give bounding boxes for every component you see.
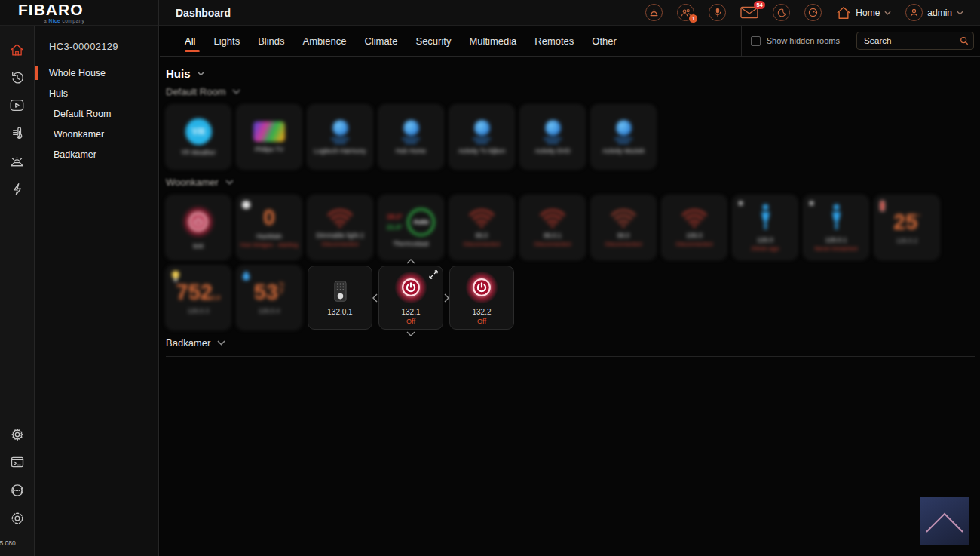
alarm-bell-icon[interactable] (645, 4, 663, 21)
tab-ambience[interactable]: Ambience (294, 26, 356, 56)
tile-86-0[interactable]: 86.0 Disconnected (449, 195, 514, 260)
nav-climate-icon[interactable] (0, 119, 35, 147)
tile-hub-home[interactable]: Hub Home (378, 105, 443, 169)
caret-right-icon[interactable] (444, 293, 449, 303)
thermostat-mode: Auto (413, 218, 429, 226)
room-list: Whole House Huis Default Room Woonkamer … (35, 63, 158, 164)
nav-history-icon[interactable] (0, 63, 35, 91)
wifi-disconnected-icon (326, 208, 354, 228)
tile-motion-126-0-1[interactable]: 126.0.1 Never breached (804, 195, 868, 260)
tile-activity-tv[interactable]: Activity Tv kijken (449, 105, 514, 169)
user-menu[interactable]: admin (905, 4, 963, 21)
nav-home-icon[interactable] (0, 35, 35, 63)
tile-label: Thermostaat (393, 240, 429, 247)
woonkamer-tiles: test 0 HueMain Hue bridges - starting Di… (166, 195, 950, 330)
caret-down-icon[interactable] (406, 331, 415, 336)
users-icon[interactable]: 1 (677, 4, 694, 21)
nav-energy-icon[interactable] (0, 175, 35, 203)
tagline-brand: Nice (48, 18, 60, 23)
bulb-icon (171, 270, 180, 285)
service-icon[interactable] (0, 504, 35, 532)
room-header-badkamer[interactable]: Badkamer (166, 337, 974, 349)
tab-other[interactable]: Other (583, 26, 626, 56)
tab-climate[interactable]: Climate (355, 26, 406, 56)
tile-philips-tv[interactable]: Philips TV (237, 105, 302, 169)
sidebar-item-whole-house[interactable]: Whole House (35, 63, 158, 83)
tile-test-switch[interactable]: test (166, 195, 231, 260)
chevron-down-icon (232, 89, 240, 94)
person-icon (759, 204, 772, 232)
dashboard-content: Huis Default Room YR YR Weather Philips … (160, 57, 980, 357)
caret-left-icon[interactable] (372, 293, 378, 303)
sidebar-item-default-room[interactable]: Default Room (35, 103, 158, 124)
fibaro-logo: FIBARO a Nice company (0, 0, 159, 26)
gauge-icon[interactable] (804, 4, 822, 21)
microphone-icon[interactable] (709, 4, 726, 21)
tile-activity-dvd[interactable]: Activity DVD (520, 105, 585, 169)
tile-yr-weather[interactable]: YR YR Weather (166, 105, 231, 169)
tile-activity-muziek[interactable]: Activity Muziek (591, 105, 656, 169)
expand-icon[interactable] (429, 270, 438, 279)
person-icon (830, 204, 843, 232)
tile-motion-126-0[interactable]: 126.0 29min ago (733, 195, 798, 260)
room-header-default-room[interactable]: Default Room (166, 86, 974, 97)
mail-icon[interactable]: 54 (740, 6, 758, 19)
tile-temp-126-0-2[interactable]: 25° 126.0.2 (874, 195, 939, 260)
tab-lights[interactable]: Lights (204, 26, 249, 56)
sidebar-item-huis[interactable]: Huis (35, 83, 158, 103)
logitech-icon (544, 120, 562, 143)
tile-label: 126.0.2 (896, 237, 917, 244)
tile-remote-132-0-1[interactable]: 132.0.1 (308, 266, 372, 330)
tile-label: 126.0 (757, 236, 773, 244)
thermometer-icon (880, 200, 885, 215)
tile-humidity-126-0-4[interactable]: 53 %7 126.0.4 (237, 266, 302, 330)
tile-switch-132-1[interactable]: 132.1 Off (378, 266, 443, 330)
tile-99-0[interactable]: 99.0 Disconnected (591, 195, 656, 260)
sleep-mode-icon[interactable] (773, 4, 790, 21)
nav-scenes-icon[interactable] (0, 91, 35, 119)
sidebar-item-badkamer[interactable]: Badkamer (35, 144, 158, 164)
tab-security[interactable]: Security (406, 26, 460, 56)
network-icon[interactable] (0, 476, 35, 504)
version-label: 5.080 (0, 539, 35, 547)
tile-label: 126.0.1 (825, 236, 847, 244)
chart-widget-thumbnail[interactable] (920, 497, 969, 545)
logitech-icon (331, 120, 349, 143)
sidebar-item-woonkamer[interactable]: Woonkamer (35, 124, 158, 144)
tile-switch-132-2[interactable]: 132.2 Off (449, 266, 514, 330)
home-selector[interactable]: Home (836, 6, 891, 20)
chevron-down-icon (884, 11, 891, 15)
room-header-woonkamer[interactable]: Woonkamer (166, 177, 974, 188)
tile-106-0[interactable]: 106.0 Disconnected (662, 195, 727, 260)
tile-dimmable-light-2[interactable]: Dimmable light 2 Disconnected (308, 195, 372, 260)
tab-all[interactable]: All (176, 26, 204, 56)
tile-status: Hue bridges - starting (240, 241, 298, 248)
tile-logitech-harmony[interactable]: Logitech Harmony (308, 105, 372, 169)
category-tabs: All Lights Blinds Ambience Climate Secur… (160, 26, 626, 56)
power-button-icon[interactable] (465, 271, 498, 304)
show-hidden-rooms-checkbox[interactable] (751, 36, 761, 46)
page-title: Dashboard (176, 7, 231, 19)
nav-alarm-icon[interactable] (0, 147, 35, 175)
console-icon[interactable] (0, 448, 35, 476)
tile-value: 0 (263, 207, 275, 229)
search-input[interactable] (856, 32, 974, 50)
tile-huemain[interactable]: 0 HueMain Hue bridges - starting (237, 195, 302, 260)
tile-label: 86.0 (476, 232, 488, 239)
tab-multimedia[interactable]: Multimedia (460, 26, 525, 56)
tile-label: test (193, 242, 204, 250)
settings-gear-icon[interactable] (0, 420, 35, 448)
section-header-huis[interactable]: Huis (166, 67, 974, 80)
tab-blinds[interactable]: Blinds (249, 26, 293, 56)
users-badge: 1 (689, 14, 697, 23)
chevron-down-icon (197, 71, 205, 76)
tile-thermostaat[interactable]: 19.2° 21.0° Auto Thermostaat (378, 195, 443, 260)
search-icon (960, 36, 969, 45)
tile-lux-126-0-3[interactable]: 752Lx 126.0.3 (166, 266, 231, 330)
power-button-icon[interactable] (394, 271, 427, 304)
tab-remotes[interactable]: Remotes (525, 26, 583, 56)
tile-status: Disconnected (534, 241, 571, 247)
caret-up-icon[interactable] (406, 259, 415, 264)
tile-86-0-1[interactable]: 86.0.1 Disconnected (520, 195, 585, 260)
chevron-down-icon (217, 340, 225, 346)
